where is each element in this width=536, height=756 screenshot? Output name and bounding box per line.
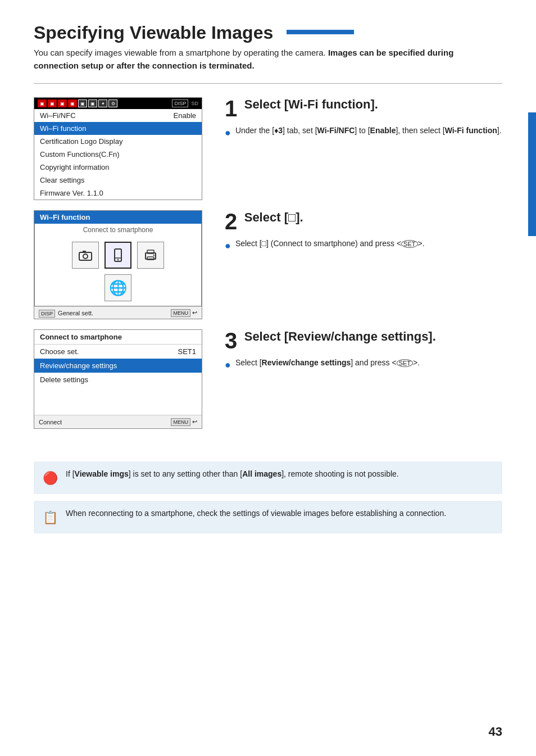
svg-point-1 <box>83 254 88 259</box>
cam1-topbar: ▣ ▣ ▣ ▣ ▣ ▣ ✦ ⚙ DISP SD <box>34 98 202 109</box>
cam3-menu-label: MENU ↩ <box>171 418 197 425</box>
step-3-number: 3 <box>225 329 237 352</box>
cam3-item-delete: Delete settings <box>34 373 202 387</box>
camera-screen-2: Wi–Fi function Connect to smartphone <box>34 210 202 319</box>
svg-rect-2 <box>83 251 86 253</box>
cam2-globe-icon: 🌐 <box>105 274 131 301</box>
cam1-sd-badge: SD <box>191 101 198 106</box>
title-bar-decoration <box>287 30 354 34</box>
svg-rect-8 <box>147 257 154 260</box>
step-3-title: Select [Review/change settings]. <box>244 329 436 343</box>
step-2-instruction: 2 Select [□]. ● Select [□] (Connect to s… <box>202 210 502 256</box>
cam2-printer-icon-wrap <box>137 242 164 269</box>
step-1-body: ● Under the [♦3] tab, set [Wi-Fi/NFC] to… <box>225 124 502 141</box>
note-box-info: 📋 When reconnecting to a smartphone, che… <box>34 501 502 533</box>
cam2-bottom-left: DISP General sett. <box>39 310 93 316</box>
cam3-item-review: Review/change settings <box>34 359 202 373</box>
cam-icon-4: ▣ <box>68 99 77 107</box>
cam2-smartphone-icon-wrap <box>105 242 131 269</box>
cam-icon-7: ✦ <box>98 99 107 107</box>
page-number: 43 <box>489 725 502 739</box>
step-2-number: 2 <box>225 210 237 233</box>
cam3-header: Connect to smartphone <box>34 330 202 345</box>
cam2-header: Wi–Fi function <box>34 211 202 224</box>
camera-screen-3: Connect to smartphone Choose set. SET1 R… <box>34 329 202 429</box>
step-2-title: Select [□]. <box>244 210 303 224</box>
cam2-smartphone-icon <box>110 247 126 263</box>
cam-icon-3: ▣ <box>58 99 67 107</box>
cam1-item-cert-logo: Certification Logo Display <box>34 135 202 148</box>
step-1-instruction: 1 Select [Wi-Fi function]. ● Under the [… <box>202 97 502 143</box>
cam2-bottom-right: MENU ↩ <box>171 309 197 316</box>
step-2-bullet-text: Select [□] (Connect to smartphone) and p… <box>235 237 425 250</box>
cam1-item-wifi-nfc: Wi–Fi/NFC Enable <box>34 109 202 122</box>
cam1-disp-badge: DISP <box>172 99 188 107</box>
note-warning-text: If [Viewable imgs] is set to any setting… <box>66 468 399 480</box>
cam2-camera-icon <box>78 247 93 263</box>
cam3-bottom-bar: Connect MENU ↩ <box>34 415 202 428</box>
notes-section: 🔴 If [Viewable imgs] is set to any setti… <box>34 461 502 533</box>
cam-icon-5: ▣ <box>78 99 87 107</box>
step-2-row: Wi–Fi function Connect to smartphone <box>34 210 502 319</box>
info-icon: 📋 <box>43 508 58 527</box>
cam-icon-2: ▣ <box>48 99 57 107</box>
bullet-dot-2: ● <box>225 238 231 254</box>
cam1-item-wifi-function: Wi–Fi function <box>34 122 202 135</box>
step-2-title-block: 2 Select [□]. <box>225 210 502 233</box>
title-text: Specifying Viewable Images <box>34 22 273 43</box>
cam-icon-6: ▣ <box>88 99 97 107</box>
bullet-dot-1: ● <box>225 125 231 141</box>
note-box-warning: 🔴 If [Viewable imgs] is set to any setti… <box>34 461 502 494</box>
step-1-bullet-text: Under the [♦3] tab, set [Wi-Fi/NFC] to [… <box>235 124 502 137</box>
section-divider <box>34 83 502 84</box>
cam1-item-custom-fn: Custom Functions(C.Fn) <box>34 148 202 161</box>
cam-icon-1: ▣ <box>38 99 47 107</box>
cam3-item-choose: Choose set. SET1 <box>34 345 202 359</box>
menu-badge-2: MENU <box>171 309 190 317</box>
cam1-item-clear: Clear settings <box>34 174 202 187</box>
step-3-bullet-text: Select [Review/change settings] and pres… <box>235 356 420 369</box>
cam2-printer-icon <box>143 247 158 263</box>
cam2-body: Connect to smartphone <box>34 224 202 306</box>
steps-container: ▣ ▣ ▣ ▣ ▣ ▣ ✦ ⚙ DISP SD Wi–Fi/NFC Enable… <box>34 97 502 439</box>
cam1-item-firmware: Firmware Ver. 1.1.0 <box>34 187 202 200</box>
cam2-connect-label: Connect to smartphone <box>35 224 201 236</box>
menu-badge-3: MENU <box>171 418 190 426</box>
step-1-row: ▣ ▣ ▣ ▣ ▣ ▣ ✦ ⚙ DISP SD Wi–Fi/NFC Enable… <box>34 97 502 200</box>
page-title: Specifying Viewable Images <box>34 22 502 43</box>
step-3-instruction: 3 Select [Review/change settings]. ● Sel… <box>202 329 502 375</box>
cam3-connect-label: Connect <box>39 419 62 425</box>
intro-paragraph: You can specify images viewable from a s… <box>34 47 494 72</box>
cam3-spacer <box>34 387 202 409</box>
cam1-item-copyright: Copyright information <box>34 161 202 174</box>
bullet-dot-3: ● <box>225 357 231 373</box>
camera-screen-1: ▣ ▣ ▣ ▣ ▣ ▣ ✦ ⚙ DISP SD Wi–Fi/NFC Enable… <box>34 97 202 200</box>
step-3-body: ● Select [Review/change settings] and pr… <box>225 356 502 373</box>
step-3-row: Connect to smartphone Choose set. SET1 R… <box>34 329 502 429</box>
note-info-text: When reconnecting to a smartphone, check… <box>66 508 446 519</box>
cam1-icon-row: ▣ ▣ ▣ ▣ ▣ ▣ ✦ ⚙ <box>38 99 117 107</box>
step-2-body: ● Select [□] (Connect to smartphone) and… <box>225 237 502 254</box>
disp-badge: DISP <box>39 310 55 318</box>
cam2-camera-icon-wrap <box>72 242 99 269</box>
warning-icon: 🔴 <box>43 469 58 487</box>
svg-point-9 <box>153 255 155 256</box>
cam-icon-8: ⚙ <box>108 99 117 107</box>
svg-point-4 <box>117 259 119 260</box>
right-blue-bar <box>528 112 536 236</box>
step-1-title-block: 1 Select [Wi-Fi function]. <box>225 97 502 120</box>
step-1-number: 1 <box>225 97 237 120</box>
cam2-icons-row <box>35 236 201 274</box>
step-1-title: Select [Wi-Fi function]. <box>244 97 378 111</box>
intro-text-normal: You can specify images viewable from a s… <box>34 48 326 57</box>
step-3-title-block: 3 Select [Review/change settings]. <box>225 329 502 352</box>
cam2-bottom-bar: DISP General sett. MENU ↩ <box>34 306 202 319</box>
